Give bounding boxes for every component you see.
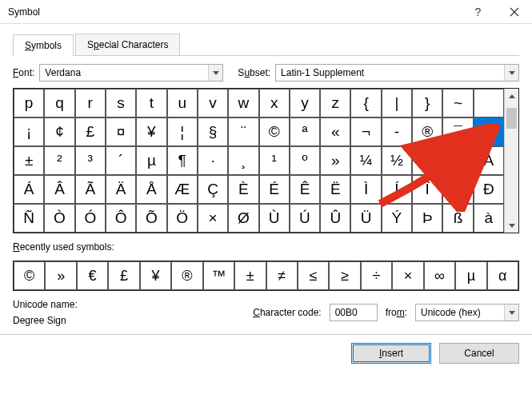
symbol-cell[interactable]: Ú: [290, 204, 320, 233]
symbol-cell[interactable]: z: [320, 89, 350, 117]
symbol-cell[interactable]: È: [228, 175, 258, 204]
symbol-cell[interactable]: ~: [442, 89, 473, 117]
symbol-cell[interactable]: u: [167, 89, 198, 117]
subset-combo[interactable]: Latin-1 Supplement: [275, 64, 519, 82]
symbol-cell[interactable]: ¾: [412, 146, 442, 175]
font-combo[interactable]: Verdana: [39, 64, 223, 82]
symbol-cell[interactable]: »: [320, 146, 350, 175]
symbol-cell[interactable]: ¢: [44, 117, 74, 146]
symbol-cell[interactable]: µ: [136, 146, 166, 175]
symbol-cell[interactable]: ¨: [228, 117, 258, 146]
symbol-cell[interactable]: [474, 89, 504, 117]
recent-cell[interactable]: µ: [455, 261, 486, 290]
symbol-cell[interactable]: ·: [198, 146, 228, 175]
symbol-cell[interactable]: q: [44, 89, 74, 117]
recent-cell[interactable]: ©: [14, 261, 45, 290]
symbol-cell[interactable]: Ø: [228, 204, 258, 233]
symbol-cell[interactable]: Ï: [442, 175, 473, 204]
recent-cell[interactable]: ®: [171, 261, 202, 290]
symbol-cell[interactable]: Í: [382, 175, 412, 204]
scroll-down-icon[interactable]: [505, 218, 518, 233]
tab-special-characters[interactable]: Special Characters: [75, 34, 180, 55]
symbol-cell[interactable]: ¡: [14, 117, 44, 146]
recent-cell[interactable]: ÷: [361, 261, 392, 290]
symbol-cell[interactable]: t: [136, 89, 166, 117]
scroll-track[interactable]: [505, 103, 518, 218]
symbol-cell[interactable]: ¸: [228, 146, 258, 175]
from-combo[interactable]: Unicode (hex): [415, 304, 519, 321]
char-code-input[interactable]: 00B0: [330, 304, 378, 321]
symbol-cell[interactable]: Ð: [474, 175, 504, 204]
symbol-cell[interactable]: r: [75, 89, 106, 117]
close-button[interactable]: [496, 0, 532, 24]
symbol-cell[interactable]: Ò: [44, 204, 74, 233]
recent-cell[interactable]: ±: [234, 261, 266, 290]
recent-cell[interactable]: ¥: [140, 261, 171, 290]
symbol-cell[interactable]: Ô: [106, 204, 136, 233]
symbol-cell[interactable]: ³: [75, 146, 106, 175]
symbol-cell[interactable]: £: [75, 117, 106, 146]
symbol-cell[interactable]: Ñ: [14, 204, 44, 233]
symbol-cell[interactable]: Ì: [350, 175, 381, 204]
symbol-cell[interactable]: ¦: [167, 117, 198, 146]
recent-cell[interactable]: ≥: [329, 261, 360, 290]
symbol-cell[interactable]: ½: [382, 146, 412, 175]
symbol-cell[interactable]: ß: [442, 204, 473, 233]
symbol-cell[interactable]: º: [290, 146, 320, 175]
symbol-cell[interactable]: Ü: [350, 204, 381, 233]
scroll-thumb[interactable]: [506, 108, 517, 129]
help-button[interactable]: ?: [460, 0, 496, 24]
insert-button[interactable]: Insert: [351, 343, 431, 364]
symbol-cell[interactable]: ²: [44, 146, 74, 175]
symbol-cell[interactable]: |: [382, 89, 412, 117]
scroll-up-icon[interactable]: [505, 89, 518, 103]
symbol-cell[interactable]: Ä: [106, 175, 136, 204]
symbol-cell[interactable]: ¹: [259, 146, 290, 175]
symbol-cell[interactable]: ©: [259, 117, 290, 146]
symbol-cell[interactable]: ¯: [442, 117, 473, 146]
recent-cell[interactable]: €: [77, 261, 108, 290]
symbol-cell[interactable]: p: [14, 89, 44, 117]
symbol-cell[interactable]: Ã: [75, 175, 106, 204]
symbol-cell[interactable]: {: [350, 89, 381, 117]
symbol-cell[interactable]: Â: [44, 175, 74, 204]
symbol-cell[interactable]: ¬: [350, 117, 381, 146]
symbol-cell[interactable]: ®: [412, 117, 442, 146]
symbol-cell[interactable]: Ý: [382, 204, 412, 233]
symbol-cell[interactable]: ±: [14, 146, 44, 175]
symbol-cell[interactable]: ¤: [106, 117, 136, 146]
symbol-cell[interactable]: à: [474, 204, 504, 233]
symbol-cell[interactable]: Å: [136, 175, 166, 204]
symbol-cell[interactable]: -: [382, 117, 412, 146]
symbol-cell[interactable]: ¿: [442, 146, 473, 175]
symbol-cell[interactable]: s: [106, 89, 136, 117]
symbol-cell[interactable]: Î: [412, 175, 442, 204]
symbol-cell[interactable]: ´: [106, 146, 136, 175]
symbol-cell[interactable]: §: [198, 117, 228, 146]
symbol-cell[interactable]: ¥: [136, 117, 166, 146]
recent-cell[interactable]: ™: [203, 261, 234, 290]
recent-cell[interactable]: £: [108, 261, 139, 290]
recent-cell[interactable]: ≠: [266, 261, 298, 290]
scrollbar[interactable]: [504, 89, 518, 233]
symbol-cell[interactable]: ¶: [167, 146, 198, 175]
tab-symbols[interactable]: Symbols: [13, 34, 74, 56]
symbol-cell[interactable]: Ç: [198, 175, 228, 204]
symbol-cell[interactable]: Á: [14, 175, 44, 204]
recent-cell[interactable]: ∞: [424, 261, 455, 290]
symbol-cell[interactable]: À: [474, 146, 504, 175]
symbol-cell[interactable]: }: [412, 89, 442, 117]
symbol-cell[interactable]: Ê: [290, 175, 320, 204]
symbol-cell[interactable]: ×: [198, 204, 228, 233]
symbol-cell[interactable]: Þ: [412, 204, 442, 233]
recent-cell[interactable]: ≤: [298, 261, 329, 290]
symbol-cell[interactable]: Æ: [167, 175, 198, 204]
symbol-cell[interactable]: Ù: [259, 204, 290, 233]
symbol-cell[interactable]: ª: [290, 117, 320, 146]
symbol-cell[interactable]: v: [198, 89, 228, 117]
symbol-cell[interactable]: w: [228, 89, 258, 117]
symbol-cell[interactable]: «: [320, 117, 350, 146]
symbol-cell[interactable]: É: [259, 175, 290, 204]
recent-cell[interactable]: α: [487, 261, 518, 290]
symbol-cell[interactable]: x: [259, 89, 290, 117]
